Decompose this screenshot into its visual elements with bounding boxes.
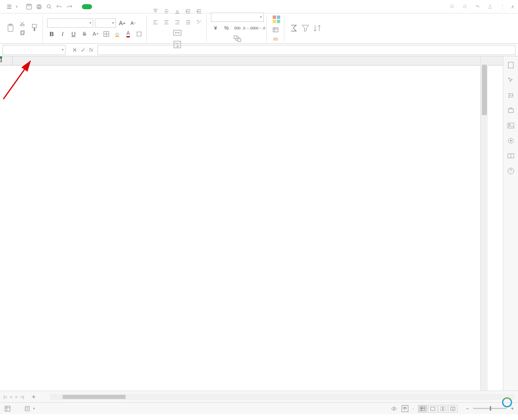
- collapse-ribbon-icon[interactable]: ∧: [511, 4, 515, 10]
- sheet-last-icon[interactable]: >|: [20, 394, 24, 399]
- search-commands[interactable]: [450, 4, 456, 9]
- align-center-icon[interactable]: [162, 18, 171, 27]
- svg-point-5: [47, 5, 50, 8]
- zoom-slider[interactable]: [473, 408, 507, 409]
- image-pane-icon[interactable]: [507, 122, 515, 129]
- sync-status[interactable]: [462, 4, 469, 9]
- filter-button[interactable]: [300, 23, 310, 34]
- increase-decimal-icon[interactable]: .0→.00: [244, 24, 253, 33]
- tab-review[interactable]: [134, 4, 142, 9]
- decrease-font-icon[interactable]: A−: [129, 18, 138, 28]
- preview-icon[interactable]: [46, 3, 53, 10]
- undo-icon[interactable]: [56, 3, 63, 10]
- cell-style-button[interactable]: [271, 35, 281, 43]
- type-convert-button[interactable]: [232, 34, 242, 45]
- align-left-icon[interactable]: [151, 18, 160, 27]
- normal-view-icon[interactable]: [418, 405, 427, 412]
- align-bottom-icon[interactable]: [173, 7, 182, 16]
- redo-icon[interactable]: [66, 3, 73, 10]
- sheet-first-icon[interactable]: |<: [3, 394, 7, 399]
- increase-font-icon[interactable]: A+: [118, 18, 127, 28]
- orientation-icon[interactable]: [195, 18, 204, 27]
- clipboard-pane-icon[interactable]: [507, 61, 515, 69]
- salary-calc-button[interactable]: ▾: [23, 405, 37, 412]
- italic-button[interactable]: I: [58, 29, 67, 39]
- align-right-icon[interactable]: [173, 18, 182, 27]
- underline-button[interactable]: U: [69, 29, 78, 39]
- merge-center-button[interactable]: [172, 28, 182, 39]
- select-pane-icon[interactable]: [507, 76, 515, 84]
- name-box[interactable]: ▾: [3, 45, 66, 55]
- formula-input[interactable]: [97, 45, 515, 55]
- cancel-edit-icon[interactable]: ✕: [72, 47, 77, 53]
- svg-rect-13: [21, 32, 24, 35]
- reading-pane-icon[interactable]: [507, 152, 515, 160]
- align-top-icon[interactable]: [151, 7, 160, 16]
- add-sheet-button[interactable]: +: [27, 393, 39, 401]
- font-effects-button[interactable]: A▾: [91, 29, 100, 39]
- phonetic-button[interactable]: [134, 29, 144, 39]
- cut-button[interactable]: [18, 20, 28, 28]
- ime-icon[interactable]: 中: [402, 405, 408, 412]
- page-layout-view-icon[interactable]: [428, 405, 437, 412]
- currency-icon[interactable]: ¥: [211, 24, 220, 33]
- conditional-format-button[interactable]: [271, 14, 281, 25]
- paste-button[interactable]: [6, 23, 16, 34]
- number-format-select[interactable]: ▾: [211, 13, 264, 22]
- thousands-icon[interactable]: 000: [233, 24, 242, 33]
- location-pane-icon[interactable]: [507, 137, 515, 144]
- tab-formula[interactable]: [114, 4, 122, 9]
- sheet-prev-icon[interactable]: <: [10, 394, 12, 399]
- percent-icon[interactable]: %: [222, 24, 231, 33]
- eye-icon[interactable]: [391, 405, 397, 412]
- page-break-view-icon[interactable]: [438, 405, 447, 412]
- fx-icon[interactable]: fx: [89, 47, 93, 53]
- backup-pane-icon[interactable]: [507, 107, 515, 114]
- settings-pane-icon[interactable]: [507, 92, 515, 99]
- borders-button[interactable]: [102, 29, 111, 39]
- copy-button[interactable]: [18, 29, 28, 37]
- confirm-edit-icon[interactable]: ✓: [81, 47, 86, 53]
- svg-point-38: [510, 140, 512, 142]
- zoom-out-button[interactable]: −: [466, 406, 469, 412]
- tab-data[interactable]: [124, 4, 132, 9]
- cells-area[interactable]: [13, 66, 503, 391]
- assist-icon[interactable]: ·: [413, 406, 414, 412]
- help-pane-icon[interactable]: [507, 167, 515, 175]
- sheet-next-icon[interactable]: >: [15, 394, 18, 399]
- tab-layout[interactable]: [104, 4, 112, 9]
- tab-insert[interactable]: [94, 4, 102, 9]
- svg-rect-18: [137, 32, 141, 36]
- zoom-in-button[interactable]: +: [511, 406, 514, 412]
- save-icon[interactable]: [26, 3, 32, 10]
- format-painter-button[interactable]: [30, 23, 40, 34]
- tab-home[interactable]: [82, 4, 92, 9]
- table-style-button[interactable]: [271, 26, 281, 34]
- file-menu[interactable]: ∨: [3, 3, 21, 11]
- fill-color-button[interactable]: [113, 29, 122, 39]
- decrease-indent-icon[interactable]: [184, 7, 193, 16]
- bold-button[interactable]: B: [47, 29, 56, 39]
- options-icon[interactable]: [4, 405, 11, 412]
- horizontal-scrollbar[interactable]: [50, 394, 515, 400]
- vertical-scrollbar[interactable]: [480, 56, 488, 391]
- sheet-tabs-bar: |< < > >| +: [0, 391, 518, 402]
- sum-button[interactable]: [289, 23, 299, 34]
- align-middle-icon[interactable]: [162, 7, 171, 16]
- font-name-select[interactable]: ▾: [47, 18, 93, 28]
- sort-button[interactable]: [312, 23, 322, 34]
- svg-rect-15: [32, 24, 37, 28]
- collab-button[interactable]: [475, 4, 481, 9]
- strikethrough-button[interactable]: S: [80, 29, 89, 39]
- svg-rect-24: [277, 16, 280, 19]
- font-color-button[interactable]: A: [124, 29, 133, 39]
- increase-indent-icon[interactable]: [195, 7, 204, 16]
- reading-view-icon[interactable]: [448, 405, 458, 412]
- decrease-decimal-icon[interactable]: .00→.0: [255, 24, 264, 33]
- share-button[interactable]: [487, 4, 494, 9]
- font-size-select[interactable]: ▾: [95, 18, 116, 28]
- justify-icon[interactable]: [184, 18, 193, 27]
- svg-rect-21: [234, 36, 237, 39]
- print-icon[interactable]: [36, 3, 42, 10]
- svg-rect-1: [28, 4, 30, 6]
